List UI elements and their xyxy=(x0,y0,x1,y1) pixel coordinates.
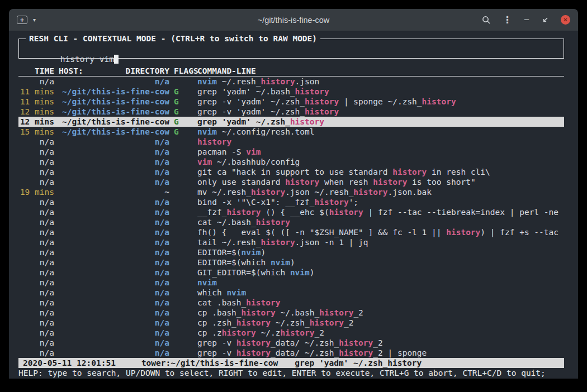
row-time: n/a xyxy=(18,137,54,147)
titlebar[interactable]: + ▾ ~/git/this-is-fine-cow ⋮ − xyxy=(9,9,578,31)
row-command: grep 'yadm' ~/.bash_history xyxy=(197,87,564,97)
row-time: n/a xyxy=(18,217,54,227)
row-flag: G xyxy=(174,97,197,107)
row-time: n/a xyxy=(18,207,54,217)
history-row[interactable]: 11 mins~/git/this-is-fine-cowGgrep 'yadm… xyxy=(18,87,564,97)
row-command: fh() { eval $( ([ -n "$ZSH_NAME" ] && fc… xyxy=(197,227,564,237)
history-row[interactable]: n/an/anvim ~/.resh_history.json xyxy=(18,77,564,87)
row-time: n/a xyxy=(18,247,54,257)
row-host: n/a xyxy=(59,298,169,308)
history-row[interactable]: n/an/acp .zsh_history ~/.zsh_history_2 xyxy=(18,318,564,328)
history-row[interactable]: n/an/aEDITOR=$(which nvim) xyxy=(18,257,564,267)
history-row[interactable]: n/an/acp .bash_history ~/.bash_history_2 xyxy=(18,308,564,318)
close-button[interactable]: ✕ xyxy=(561,15,570,25)
row-time: n/a xyxy=(18,318,54,328)
row-host: n/a xyxy=(59,207,169,217)
history-row[interactable]: n/an/atail ~/.resh_history.json -n 1 | j… xyxy=(18,237,564,247)
history-row[interactable]: n/an/aEDITOR=$(nvim) xyxy=(18,247,564,257)
match-highlight: history xyxy=(329,208,363,217)
match-highlight: history xyxy=(256,218,290,227)
match-highlight: history xyxy=(261,77,295,86)
search-icon xyxy=(482,16,491,25)
match-highlight: history xyxy=(285,178,319,187)
match-highlight: history xyxy=(310,318,344,327)
restore-button[interactable] xyxy=(541,16,549,24)
history-row[interactable]: 11 mins~/git/this-is-fine-cowGgrep -v 'y… xyxy=(18,97,564,107)
row-command: history xyxy=(197,137,564,147)
row-time: n/a xyxy=(18,267,54,278)
status-datetime: 2020-05-11 12:01:51 xyxy=(23,358,116,368)
history-row[interactable]: n/an/apacman -S vim xyxy=(18,147,564,157)
row-host: n/a xyxy=(59,318,169,328)
history-row[interactable]: n/an/agrep -v history_data/ ~/.zsh_histo… xyxy=(18,338,564,348)
status-command: grep 'yadm' ~/.zsh_history xyxy=(295,358,422,368)
history-row[interactable]: n/an/aGIT_EDITOR=$(which nvim) xyxy=(18,267,564,278)
tab-dropdown-button[interactable]: ▾ xyxy=(33,17,36,23)
history-row[interactable]: n/an/acp .zhistory ~/.zhistory_2 xyxy=(18,328,564,338)
history-row[interactable]: n/an/anvim xyxy=(18,278,564,288)
history-row-selected[interactable]: 12 mins~/git/this-is-fine-cowGgrep 'yadm… xyxy=(18,117,564,127)
menu-button[interactable]: ⋮ xyxy=(503,15,512,25)
row-host: n/a xyxy=(59,308,169,318)
row-command: only use standard history when resh hist… xyxy=(197,177,564,187)
match-highlight: history xyxy=(222,328,256,337)
history-row[interactable]: n/an/acat .bash_history xyxy=(18,298,564,308)
match-highlight: history xyxy=(236,338,271,347)
row-command: cp .bash_history ~/.bash_history_2 xyxy=(197,308,564,318)
search-button[interactable] xyxy=(482,16,491,25)
row-time: n/a xyxy=(18,288,54,298)
row-time: n/a xyxy=(18,298,54,308)
row-host: n/a xyxy=(59,247,169,257)
new-tab-button[interactable]: + xyxy=(17,16,27,24)
match-highlight: history xyxy=(353,188,387,197)
history-row[interactable]: 15 mins~/git/this-is-fine-cowGnvim ~/.co… xyxy=(18,127,564,137)
match-highlight: history xyxy=(280,328,314,337)
search-box-title: RESH CLI - CONTEXTUAL MODE - (CTRL+R to … xyxy=(26,34,320,44)
row-command: which nvim xyxy=(197,288,564,298)
status-bar: 2020-05-11 12:01:51 tower:~/git/this-is-… xyxy=(18,358,564,368)
row-command: cat ~/.bash_history xyxy=(197,217,564,227)
row-command: grep -v history_data/ ~/.zsh_history_2 xyxy=(197,338,564,348)
match-highlight: history xyxy=(446,228,480,237)
history-row[interactable]: n/an/ahistory xyxy=(18,137,564,147)
match-highlight: history xyxy=(226,208,261,217)
row-host: n/a xyxy=(59,237,169,247)
row-host: n/a xyxy=(59,137,169,147)
history-row[interactable]: 12 mins~/git/this-is-fine-cowGgrep -v 'y… xyxy=(18,107,564,117)
status-host-path: tower:~/git/this-is-fine-cow xyxy=(141,358,278,368)
new-tab-icon: + xyxy=(17,16,27,24)
row-command: nvim xyxy=(197,278,564,288)
history-row[interactable]: n/an/awhich nvim xyxy=(18,288,564,298)
row-host: n/a xyxy=(59,197,169,207)
row-flag: G xyxy=(174,117,197,127)
history-row[interactable]: n/an/acat ~/.bash_history xyxy=(18,217,564,227)
history-row[interactable]: n/an/aonly use standard history when res… xyxy=(18,177,564,187)
minimize-button[interactable]: − xyxy=(524,15,529,25)
row-host: n/a xyxy=(59,167,169,177)
match-highlight: history xyxy=(236,318,271,327)
match-highlight: history xyxy=(246,298,280,307)
row-host: n/a xyxy=(59,147,169,157)
row-command: grep 'yadm' ~/.zsh_history xyxy=(197,117,564,127)
history-row[interactable]: n/an/abind -x '"\C-x1": __fzf_history'; xyxy=(18,197,564,207)
row-command: bind -x '"\C-x1": __fzf_history'; xyxy=(197,197,564,207)
history-row[interactable]: n/an/afh() { eval $( ([ -n "$ZSH_NAME" ]… xyxy=(18,227,564,237)
history-row[interactable]: n/an/avim ~/.bashhub/config xyxy=(18,157,564,167)
match-highlight: history xyxy=(251,188,285,197)
history-row[interactable]: n/an/a__fzf_history () { __ehc $(history… xyxy=(18,207,564,217)
row-host: n/a xyxy=(59,177,169,187)
command-highlight: nvim xyxy=(290,268,310,277)
history-list: n/an/anvim ~/.resh_history.json11 mins~/… xyxy=(18,77,564,358)
history-row[interactable]: 19 mins~mv ~/.resh_history.json ~/.resh_… xyxy=(18,187,564,197)
history-row[interactable]: n/an/agit ca "hack in support to use sta… xyxy=(18,167,564,177)
history-row[interactable]: n/an/agrep -v history_data/ ~/.zsh_histo… xyxy=(18,348,564,358)
row-command: cat .bash_history xyxy=(197,298,564,308)
match-highlight: history xyxy=(305,97,339,106)
match-highlight: history xyxy=(392,168,427,176)
match-highlight: vim xyxy=(197,157,212,166)
match-highlight: vim xyxy=(246,147,261,156)
row-time: 12 mins xyxy=(18,107,54,117)
search-query-input[interactable]: history vim xyxy=(60,55,114,64)
search-query-line[interactable]: history vim xyxy=(19,39,564,74)
row-command: tail ~/.resh_history.json -n 1 | jq xyxy=(197,237,564,247)
